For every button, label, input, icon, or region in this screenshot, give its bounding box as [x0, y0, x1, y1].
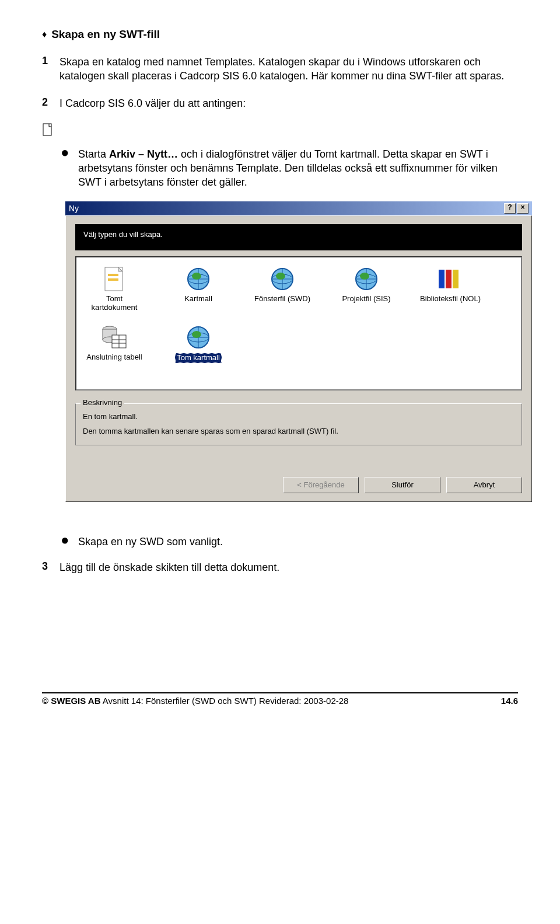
books-icon: [418, 266, 482, 292]
svg-rect-4: [108, 278, 118, 281]
type-list[interactable]: Tomt kartdokument Kartmall Fönsterfil (S…: [75, 256, 522, 390]
svg-rect-14: [439, 270, 444, 288]
database-table-icon: [82, 324, 146, 351]
finish-button[interactable]: Slutför: [365, 477, 440, 493]
section-heading-text: Skapa en ny SWT-fill: [51, 28, 160, 41]
bullet-body: Skapa en ny SWD som vanligt.: [78, 535, 518, 549]
help-button[interactable]: ?: [504, 203, 516, 214]
previous-button: < Föregående: [283, 477, 359, 493]
dialog-banner: Välj typen du vill skapa.: [75, 224, 522, 250]
svg-rect-15: [446, 270, 452, 288]
step-number: 2: [42, 96, 60, 110]
footer-page-number: 14.6: [501, 696, 518, 706]
item-label: Anslutning tabell: [82, 353, 146, 362]
globe-icon: [166, 266, 230, 292]
bullet-a-bold: Arkiv – Nytt…: [109, 148, 178, 160]
item-tom-kartmall[interactable]: Tom kartmall: [166, 324, 230, 363]
step-1: 1 Skapa en katalog med namnet Templates.…: [42, 55, 518, 83]
item-label: Projektfil (SIS): [334, 295, 398, 304]
step-body: Lägg till de önskade skikten till detta …: [60, 560, 518, 574]
item-label: Tomt kartdokument: [82, 295, 146, 312]
item-biblioteksfil[interactable]: Biblioteksfil (NOL): [418, 266, 482, 312]
svg-rect-3: [108, 274, 118, 276]
footer-section: Avsnitt 14: Fönsterfiler (SWD och SWT) R…: [101, 696, 349, 706]
svg-point-7: [192, 273, 201, 280]
globe-icon: [334, 266, 398, 292]
item-label: Tom kartmall: [175, 353, 222, 363]
svg-rect-0: [43, 124, 51, 135]
svg-rect-16: [453, 270, 459, 288]
diamond-icon: ♦: [42, 29, 47, 40]
step-number: 3: [42, 560, 60, 574]
description-group: Beskrivning En tom kartmall. Den tomma k…: [75, 403, 522, 445]
item-anslutning-tabell[interactable]: Anslutning tabell: [82, 324, 146, 363]
close-button[interactable]: ×: [517, 203, 528, 214]
bullet-dot-icon: ●: [61, 147, 78, 190]
item-label: Fönsterfil (SWD): [250, 295, 314, 304]
item-fonsterfil[interactable]: Fönsterfil (SWD): [250, 266, 314, 312]
section-heading: ♦ Skapa en ny SWT-fill: [42, 28, 518, 41]
description-line-1: En tom kartmall.: [83, 412, 514, 421]
bullet-body: Starta Arkiv – Nytt… och i dialogfönstre…: [78, 147, 518, 190]
bullet-dot-icon: ●: [61, 535, 78, 549]
step-2: 2 I Cadcorp SIS 6.0 väljer du att anting…: [42, 96, 518, 110]
bullet-a-prefix: Starta: [78, 148, 109, 160]
new-dialog: Ny ? × Välj typen du vill skapa. Tomt ka…: [65, 201, 532, 502]
dialog-titlebar[interactable]: Ny ? ×: [65, 201, 532, 215]
dialog-title: Ny: [69, 204, 79, 213]
footer-left: © SWEGIS AB Avsnitt 14: Fönsterfiler (SW…: [42, 696, 348, 706]
bullet-b: ● Skapa en ny SWD som vanligt.: [61, 535, 518, 549]
step-number: 1: [42, 55, 60, 83]
globe-icon: [250, 266, 314, 292]
group-legend: Beskrivning: [80, 398, 124, 407]
step-body: Skapa en katalog med namnet Templates. K…: [60, 55, 518, 83]
document-icon: [82, 266, 146, 292]
svg-point-13: [360, 273, 369, 280]
step-body: I Cadcorp SIS 6.0 väljer du att antingen…: [60, 96, 518, 110]
cancel-button[interactable]: Avbryt: [446, 477, 522, 493]
item-tomt-kartdokument[interactable]: Tomt kartdokument: [82, 266, 146, 312]
item-label: Kartmall: [166, 295, 230, 304]
svg-point-26: [192, 331, 201, 338]
step-3: 3 Lägg till de önskade skikten till dett…: [42, 560, 518, 574]
bullet-a: ● Starta Arkiv – Nytt… och i dialogfönst…: [61, 147, 518, 190]
item-projektfil[interactable]: Projektfil (SIS): [334, 266, 398, 312]
description-line-2: Den tomma kartmallen kan senare sparas s…: [83, 427, 514, 435]
item-label: Biblioteksfil (NOL): [418, 295, 482, 304]
svg-point-10: [276, 273, 285, 280]
new-document-icon: [42, 123, 54, 139]
item-kartmall[interactable]: Kartmall: [166, 266, 230, 312]
page-footer: © SWEGIS AB Avsnitt 14: Fönsterfiler (SW…: [42, 692, 518, 706]
footer-company: © SWEGIS AB: [42, 696, 101, 706]
globe-icon: [166, 324, 230, 351]
